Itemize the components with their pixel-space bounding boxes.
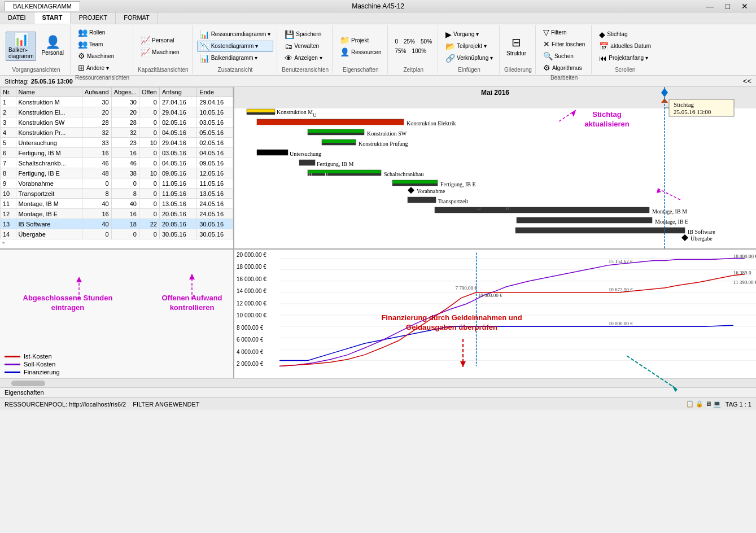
tab-projekt[interactable]: PROJEKT [71,12,116,24]
ribbon: DATEI START PROJEKT FORMAT 📊 Balken-diag… [0,12,756,76]
cell-anfang: 20.05.16 [159,219,196,229]
title-tab-balkendiagramm[interactable]: BALKENDIAGRAMM [5,1,80,11]
btn-suchen[interactable]: 🔍Suchen [540,50,588,62]
legend-soll: Soll-Kosten [5,361,229,368]
btn-verwalten[interactable]: 🗂Verwalten [282,41,325,52]
btn-projektanfang-label: Projektanfang ▾ [609,55,648,61]
btn-vorgang[interactable]: ▶Vorgang ▾ [443,29,496,40]
maximize-btn[interactable]: □ [722,2,733,11]
btn-kap-maschinen[interactable]: 📈Maschinen [138,46,182,58]
cell-abges: 40 [111,199,139,209]
svg-rect-37 [517,217,652,223]
btn-maschinen[interactable]: ⚙Maschinen [75,50,117,62]
btn-ressourcen[interactable]: 👤Ressourcen [337,46,384,58]
legend-ist-line [5,356,20,357]
svg-text:U: U [477,206,481,211]
btn-speichern[interactable]: 💾Speichern [282,29,325,40]
btn-0pct[interactable]: 0 [392,37,400,46]
cell-ende: 30.05.16 [197,229,233,239]
legend-finanzierung-label: Finanzierung [24,369,60,375]
group-gli-label: Gliederung [504,65,532,73]
cell-name: Montage, IB M [16,199,82,209]
btn-filter-loschen[interactable]: ✕Filter löschen [540,38,588,50]
tab-start[interactable]: START [34,12,71,24]
cell-ende: 24.05.16 [197,209,233,219]
table-row[interactable]: 12 Montage, IB E 16 16 0 20.05.16 24.05.… [1,209,233,219]
table-row[interactable]: 1 Konstruktion M 30 30 0 27.04.16 29.04.… [1,97,233,107]
cell-offen: 0 [139,97,159,107]
btn-25pct[interactable]: 25% [401,37,417,46]
btn-algorithmus[interactable]: ⚙Algorithmus [540,62,588,73]
left-table: Nr. Name Aufwand Abges... Offen Anfang E… [0,87,234,248]
horizontal-scrollbar[interactable] [0,378,756,387]
table-row[interactable]: 8 Fertigung, IB E 48 38 10 09.05.16 12.0… [1,168,233,178]
kap-col: 📈Personal 📈Maschinen [138,34,182,58]
table-row[interactable]: 6 Fertigung, IB M 16 16 0 03.05.16 04.05… [1,148,233,158]
btn-aktuelles-datum[interactable]: 📅aktuelles Datum [596,41,654,52]
window-controls[interactable]: — □ ✕ [703,2,751,11]
btn-50pct[interactable]: 50% [418,37,434,46]
btn-team[interactable]: 👥Team [75,38,117,50]
title-tabs: BALKENDIAGRAMM [5,1,80,11]
close-btn[interactable]: ✕ [738,2,751,11]
svg-marker-4 [661,98,668,103]
btn-personal[interactable]: 👤 Personal [38,34,66,58]
btn-rollen[interactable]: 👥Rollen [75,27,117,38]
btn-projekt[interactable]: 📁Projekt [337,34,384,46]
btn-rollen-label: Rollen [89,29,105,36]
group-bear-label: Bearbeiten [540,73,588,81]
btn-75pct[interactable]: 75% [392,47,408,55]
tab-datei[interactable]: DATEI [0,12,34,24]
ben-col: 💾Speichern 🗂Verwalten 👁Anzeigen ▾ [282,29,325,64]
btn-kostendiag-label: Kostendiagramm ▾ [211,43,258,49]
collapse-btn[interactable]: << [743,77,751,85]
btn-andere[interactable]: ⊞Andere ▾ [75,62,117,73]
table-row[interactable]: 3 Konstruktion SW 28 28 0 02.05.16 03.05… [1,117,233,128]
cell-abges: 16 [111,148,139,158]
table-row[interactable]: 2 Konstruktion El... 20 20 0 29.04.16 10… [1,107,233,117]
gantt-area: Nr. Name Aufwand Abges... Offen Anfang E… [0,87,756,248]
y-label-5: 12 000.00 € [237,300,277,307]
btn-anzeigen[interactable]: 👁Anzeigen ▾ [282,53,325,64]
btn-projektanfang[interactable]: ⏮Projektanfang ▾ [596,53,654,64]
btn-balkendiagramm[interactable]: 📊 Balken-diagramm [6,32,36,61]
group-bear-content: ▽Filtern ✕Filter löschen 🔍Suchen ⚙Algori… [540,27,588,73]
btn-100pct[interactable]: 100% [409,47,429,55]
btn-stichtag[interactable]: ◆Stichtag [596,29,654,40]
svg-rect-15 [322,143,356,145]
table-row[interactable]: 13 IB Software 40 18 22 20.05.16 30.05.1… [1,219,233,229]
maschinen-icon: ⚙ [78,51,85,60]
table-row[interactable]: 5 Untersuchung 33 23 10 29.04.16 02.05.1… [1,138,233,148]
status-zoom: TAG 1 : 1 [726,401,751,408]
zus-col: 📊Ressourcendiagramm ▾ 📉Kostendiagramm ▾ … [197,29,274,64]
btn-kostendiagramm[interactable]: 📉Kostendiagramm ▾ [197,41,274,52]
minimize-btn[interactable]: — [703,2,718,11]
btn-verknupfung[interactable]: 🔗Verknüpfung ▾ [443,53,496,64]
group-benutzer: 💾Speichern 🗂Verwalten 👁Anzeigen ▾ Benutz… [278,25,333,74]
table-row[interactable]: 11 Montage, IB M 40 40 0 13.05.16 24.05.… [1,199,233,209]
table-row[interactable]: 10 Transportzeit 8 8 0 11.05.16 13.05.16 [1,189,233,199]
scrollbar-thumb[interactable] [11,381,45,386]
btn-filtern[interactable]: ▽Filtern [540,27,588,38]
table-row[interactable]: 14 Übergabe 0 0 0 30.05.16 30.05.16 [1,229,233,239]
svg-text:Montage, IB E: Montage, IB E [655,219,688,225]
btn-teilprojekt[interactable]: 📂Teilprojekt ▾ [443,41,496,52]
group-eigenschaften: 📁Projekt 👤Ressourcen Eigenschaften [334,25,388,74]
btn-kap-personal[interactable]: 📈Personal [138,34,182,46]
svg-text:10 000.00 €: 10 000.00 € [478,292,502,298]
cell-name: Übergabe [16,229,82,239]
y-label-8: 6 000.00 € [237,337,277,343]
cell-abges: 46 [111,158,139,168]
stichtag-icon: ◆ [599,30,605,39]
table-row[interactable]: 7 Schaltschrankb... 46 46 0 04.05.16 09.… [1,158,233,168]
table-row[interactable]: 9 Vorabnahme 0 0 0 11.05.16 11.05.16 [1,178,233,189]
col-name: Name [16,88,82,97]
btn-kap-maschinen-label: Maschinen [152,49,179,55]
cell-name: Schaltschrankb... [16,158,82,168]
table-row[interactable]: 4 Konstruktion Pr... 32 32 0 04.05.16 05… [1,128,233,138]
cell-abges: 16 [111,209,139,219]
btn-ressourcendiagramm[interactable]: 📊Ressourcendiagramm ▾ [197,29,274,40]
btn-ressourcen-label: Ressourcen [351,49,381,55]
tab-format[interactable]: FORMAT [116,12,158,24]
btn-balkendiag2[interactable]: 📊Balkendiagramm ▾ [197,53,274,64]
